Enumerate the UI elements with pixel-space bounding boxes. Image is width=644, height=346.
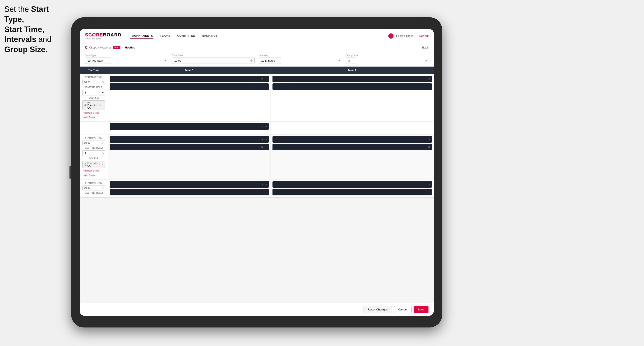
group-size-label: Group Size — [346, 54, 428, 57]
course-remove-btn-2[interactable]: ✕ — [99, 163, 100, 166]
player-row-2-1: ✕ — [272, 76, 432, 82]
add-group-btn-2[interactable]: + Add Group — [82, 174, 105, 177]
starting-time-field-2: ⏱ — [82, 140, 105, 146]
player-more-1c[interactable]: ⋯ — [264, 125, 267, 128]
player-more-2a-2[interactable]: ⋯ — [264, 146, 267, 149]
logo-sub: Powered by clippd — [85, 38, 122, 40]
player-close-2b-2[interactable]: ✕ — [428, 146, 430, 149]
player-more-3a-1[interactable]: ⋯ — [264, 183, 267, 186]
course-flag-icon-2: ⛳ — [84, 163, 86, 166]
sign-out-link[interactable]: Sign out — [419, 34, 428, 37]
player-row-3b-2 — [272, 189, 432, 195]
starting-hole-field-2: 1210 ▾ — [82, 150, 105, 156]
group-row-1: STARTING TIME: ⏱ STARTING HOLE: 1210 ▾ C… — [80, 74, 434, 122]
group-row-2: STARTING TIME: ⏱ STARTING HOLE: 1210 ▾ C… — [80, 135, 434, 179]
player-close-2-1[interactable]: ✕ — [428, 77, 430, 80]
tee-time-header: Tee Time — [80, 67, 108, 74]
start-time-input[interactable] — [172, 57, 254, 64]
course-remove-btn-1[interactable]: ✕ — [99, 104, 101, 106]
player-close-2b-1[interactable]: ✕ — [428, 138, 430, 141]
team2-col-3: ✕ — [271, 179, 434, 197]
clock-icon: ⏱ — [250, 59, 253, 62]
add-icon-1: + — [82, 116, 84, 119]
player-more-2a-1[interactable]: ⋯ — [264, 138, 267, 141]
player-more-1-1[interactable]: ⋯ — [264, 77, 267, 80]
start-time-label: Start Time — [172, 54, 254, 57]
team2-header: Team 2 — [271, 67, 434, 74]
logo-area: SCORESCOREBOARDBOARD Powered by clippd — [85, 32, 122, 40]
player-more-3a-2[interactable]: ⋯ — [264, 191, 267, 194]
tablet-frame: SCORESCOREBOARDBOARD Powered by clippd T… — [71, 17, 442, 328]
intervals-group: Intervals 5 Minutes 10 Minutes 15 Minute… — [259, 54, 342, 64]
player-close-1-1[interactable]: ✕ — [261, 77, 263, 80]
reset-changes-button[interactable]: Reset Changes — [364, 306, 392, 313]
add-group-btn-1[interactable]: + Add Group — [82, 116, 105, 119]
nav-item-rankings[interactable]: RANKINGS — [202, 33, 218, 38]
remove-group-btn-1[interactable]: ○ Remove Group — [82, 111, 105, 114]
team2-col-2: ✕ ✕ — [271, 135, 434, 179]
start-time-group: Start Time ⏱ — [172, 54, 254, 64]
group-row-3: STARTING TIME: ⏱ STARTING HOLE: ✕ ⋯ ⋯ — [80, 179, 434, 197]
player-close-2a-2[interactable]: ✕ — [261, 146, 263, 149]
cancel-button[interactable]: Cancel — [394, 306, 412, 313]
player-row-2b-2: ✕ — [272, 144, 432, 150]
chevron-icon-2: ▾ — [103, 152, 104, 155]
player-close-2a-1[interactable]: ✕ — [261, 138, 263, 141]
separator: | — [416, 34, 416, 37]
player-row-2a-2: ✕ ⋯ — [110, 144, 269, 150]
clock-icon-2: ⏱ — [102, 142, 104, 144]
player-close-3b-1[interactable]: ✕ — [428, 183, 430, 186]
table-container: Tee Time Team 1 Team 2 STARTING TIME: ⏱ … — [80, 67, 434, 303]
back-button[interactable]: ‹ Back — [420, 46, 428, 49]
team1-col-2: ✕ ⋯ ✕ ⋯ — [108, 135, 271, 179]
nav-item-committee[interactable]: COMMITTEE — [177, 33, 195, 38]
team1-col-1: ✕ ⋯ — [108, 74, 271, 121]
remove-icon-1: ○ — [82, 112, 84, 114]
player-row-1-2 — [110, 83, 269, 90]
course-more-btn-1[interactable]: ⋯ — [102, 104, 104, 106]
tee-time-col-2: STARTING TIME: ⏱ STARTING HOLE: 1210 ▾ C… — [80, 135, 108, 179]
nav-item-tournaments[interactable]: TOURNAMENTS — [130, 33, 153, 38]
group-row-1b: ✕ ⋯ — [80, 122, 434, 135]
hosting-badge: Host — [113, 46, 120, 49]
starting-hole-field-1: 1210 ▾ — [82, 90, 105, 95]
course-tag-2: ⛳ East Lake GC ✕ ⋯ — [82, 161, 105, 168]
starting-hole-label-1: STARTING HOLE: — [82, 86, 105, 89]
course-label-1: COURSE: — [82, 97, 105, 99]
save-button[interactable]: Save — [414, 306, 428, 313]
team2-col-1: ✕ — [271, 74, 434, 121]
course-more-btn-2[interactable]: ⋯ — [102, 163, 104, 166]
bottom-bar: Reset Changes Cancel Save — [80, 303, 434, 316]
chevron-icon-1: ▾ — [103, 91, 104, 94]
starting-time-field-3: ⏱ — [82, 185, 105, 190]
player-row-2-2 — [272, 83, 432, 90]
group-size-group: Group Size 2 3 4 5 — [346, 54, 428, 64]
starting-hole-select-1[interactable]: 1210 — [82, 90, 105, 95]
intervals-select[interactable]: 5 Minutes 10 Minutes 15 Minutes 20 Minut… — [259, 57, 281, 64]
tee-time-col-1: STARTING TIME: ⏱ STARTING HOLE: 1210 ▾ C… — [80, 74, 108, 121]
starting-hole-label-3: STARTING HOLE: — [82, 192, 105, 194]
starting-time-label-2: STARTING TIME: — [82, 137, 105, 139]
starting-hole-select-2[interactable]: 1210 — [82, 150, 105, 156]
start-type-select[interactable]: 1st Tee Start Shotgun Start Rolling Star… — [85, 57, 111, 64]
logo: SCORESCOREBOARDBOARD — [85, 32, 122, 38]
user-email: blair@clippd.io — [396, 34, 413, 37]
remove-icon-2: ○ — [82, 170, 84, 172]
starting-time-label-3: STARTING TIME: — [82, 182, 105, 184]
tournament-name[interactable]: Clippd Invitational — [89, 46, 112, 49]
player-close-3a-1[interactable]: ✕ — [261, 183, 263, 186]
group-size-select[interactable]: 2 3 4 5 — [346, 57, 356, 64]
start-type-label: Start Type — [85, 54, 168, 57]
start-type-wrapper: 1st Tee Start Shotgun Start Rolling Star… — [85, 57, 168, 64]
tablet-screen: SCORESCOREBOARDBOARD Powered by clippd T… — [80, 29, 434, 316]
breadcrumb: C Clippd Invitational Host › Hosting — [85, 46, 135, 49]
nav-right: blair@clippd.io | Sign out — [388, 33, 428, 38]
intervals-label: Intervals — [259, 54, 342, 57]
remove-group-btn-2[interactable]: ○ Remove Group — [82, 169, 105, 172]
sub-header: C Clippd Invitational Host › Hosting ‹ B… — [80, 43, 434, 52]
player-row-2a-1: ✕ ⋯ — [110, 136, 269, 143]
nav-item-teams[interactable]: TEAMS — [160, 33, 170, 38]
player-close-1c[interactable]: ✕ — [261, 125, 263, 128]
team1-col-3: ✕ ⋯ ⋯ — [108, 179, 271, 197]
clock-icon-1: ⏱ — [102, 81, 104, 84]
